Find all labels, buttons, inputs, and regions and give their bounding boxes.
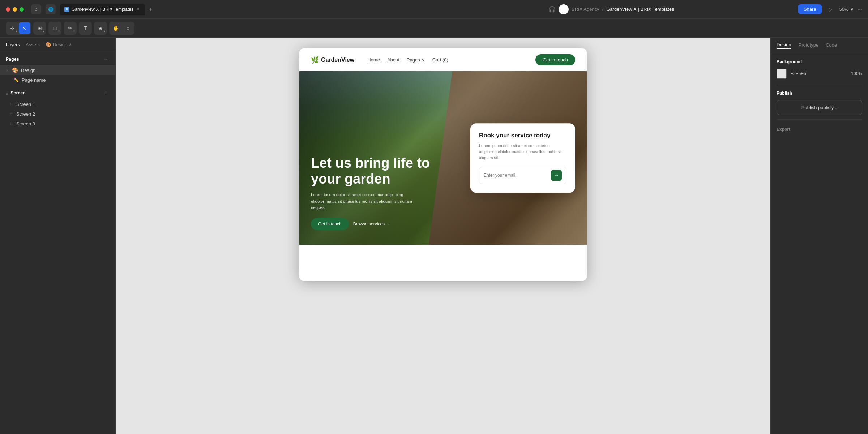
- color-swatch[interactable]: [777, 69, 787, 79]
- color-hex-value: E5E5E5: [790, 71, 847, 76]
- frame-chevron-icon: ▾: [43, 30, 44, 33]
- zoom-control[interactable]: 50% ∨: [839, 7, 854, 12]
- text-icon: T: [84, 25, 87, 31]
- hero-cta-primary-button[interactable]: Get in touch: [311, 218, 349, 230]
- site-navigation: 🌿 GardenView Home About Pages ∨ Cart (0)…: [299, 48, 587, 71]
- page-label-design: Design: [21, 68, 35, 73]
- pencil-icon: ✏️: [14, 78, 19, 82]
- booking-email-input[interactable]: [484, 173, 548, 178]
- color-row: E5E5E5 100%: [777, 69, 862, 79]
- share-button[interactable]: Share: [798, 4, 822, 14]
- shape-icon: □: [54, 25, 56, 31]
- component-tool-button[interactable]: ⊕ ▾: [95, 22, 106, 34]
- nav-links: Home About Pages ∨ Cart (0): [367, 57, 527, 63]
- screen-item-3[interactable]: ⠿ Screen 3: [0, 119, 115, 129]
- minimize-traffic-light[interactable]: [13, 7, 17, 12]
- hand-tool-button[interactable]: ✋: [110, 22, 121, 34]
- booking-card: Book your service today Lorem ipsum dolo…: [470, 123, 575, 193]
- hash-icon: #: [6, 90, 8, 96]
- publish-publicly-button[interactable]: Publish publicly...: [777, 100, 862, 115]
- drag-handle-icon-2: ⠿: [10, 112, 13, 116]
- publish-title: Publish: [777, 91, 862, 96]
- drag-handle-icon-3: ⠿: [10, 122, 13, 126]
- divider: [777, 86, 862, 86]
- shape-chevron-icon: ▾: [58, 30, 60, 33]
- project-name: GardenView X | BRIX Templates: [606, 7, 674, 12]
- text-tool-button[interactable]: T: [80, 22, 91, 34]
- add-screen-button[interactable]: +: [102, 89, 110, 96]
- component-chevron-icon: ▾: [104, 30, 105, 33]
- booking-submit-button[interactable]: →: [551, 170, 562, 181]
- booking-input-row: →: [479, 167, 566, 184]
- tab-close-button[interactable]: ×: [136, 7, 141, 12]
- page-item-design[interactable]: ✓ 🎨 Design: [0, 65, 115, 75]
- hand-icon: ✋: [113, 25, 119, 31]
- active-tab[interactable]: B Gardenview X | BRIX Templates ×: [60, 4, 145, 15]
- pen-icon: ✏: [68, 25, 72, 31]
- nav-home[interactable]: Home: [367, 57, 380, 63]
- logo-text: GardenView: [321, 57, 354, 63]
- comment-tool-button[interactable]: ○: [122, 22, 134, 34]
- main-layout: Layers Assets 🎨 Design ∧ Pages + ✓ 🎨 Des…: [0, 38, 868, 434]
- frame-icon: ⊞: [38, 25, 42, 31]
- divider-2: [777, 119, 862, 120]
- export-section: Export: [777, 127, 862, 132]
- screen-title: Screen: [10, 90, 26, 95]
- comment-icon: ○: [127, 25, 129, 31]
- component-tools-group: ⊕ ▾: [94, 22, 107, 35]
- background-title: Background: [777, 59, 862, 64]
- shape-tools-group: □ ▾: [48, 22, 61, 35]
- titlebar: ⌂ 🌐 B Gardenview X | BRIX Templates × + …: [0, 0, 868, 19]
- assets-tab[interactable]: Assets: [26, 41, 40, 48]
- page-item-name[interactable]: ✏️ Page name: [0, 75, 115, 85]
- code-panel-tab[interactable]: Code: [826, 42, 837, 48]
- headphone-icon[interactable]: 🎧: [548, 6, 556, 13]
- nav-cta-button[interactable]: Get in touch: [535, 54, 575, 65]
- move-tool-button[interactable]: ↖: [19, 22, 30, 34]
- maximize-traffic-light[interactable]: [20, 7, 24, 12]
- home-button[interactable]: ⌂: [31, 4, 41, 14]
- play-button[interactable]: ▷: [826, 4, 836, 14]
- logo-leaf-icon: 🌿: [311, 56, 319, 64]
- toolbar: ⊹ ▾ ↖ ⊞ ▾ □ ▾ ✏ ▾ T ⊕ ▾: [0, 19, 868, 38]
- cursor-tool-button[interactable]: ⊹ ▾: [7, 22, 18, 34]
- check-icon: ✓: [6, 68, 9, 73]
- tab-bar: B Gardenview X | BRIX Templates × +: [60, 4, 424, 15]
- screen-item-1[interactable]: ⠿ Screen 1: [0, 99, 115, 109]
- color-opacity-value: 100%: [851, 71, 862, 76]
- titlebar-actions: Share ▷ 50% ∨ ···: [798, 4, 862, 14]
- nav-about[interactable]: About: [387, 57, 399, 63]
- globe-button[interactable]: 🌐: [46, 4, 56, 14]
- screen-label-2: Screen 2: [16, 111, 35, 117]
- screen-label-1: Screen 1: [16, 102, 35, 107]
- right-panel-tabs: Design Prototype Code: [771, 38, 868, 53]
- more-options-button[interactable]: ···: [858, 6, 862, 13]
- zoom-chevron-icon: ∨: [850, 7, 854, 12]
- layers-tab[interactable]: Layers: [6, 41, 20, 48]
- screen-item-2[interactable]: ⠿ Screen 2: [0, 109, 115, 119]
- close-traffic-light[interactable]: [6, 7, 10, 12]
- user-avatar[interactable]: [559, 4, 569, 14]
- design-panel-tab[interactable]: Design: [777, 42, 791, 49]
- titlebar-project-info: 🎧 BRIX Agency / GardenView X | BRIX Temp…: [429, 4, 793, 14]
- background-section: Background E5E5E5 100%: [777, 59, 862, 79]
- booking-title: Book your service today: [479, 132, 566, 139]
- booking-description: Lorem ipsum dolor sit amet consectetur a…: [479, 143, 566, 161]
- hero-buttons: Get in touch Browse services →: [311, 218, 434, 230]
- screen-section: # Screen + ⠿ Screen 1 ⠿ Screen 2 ⠿ Scree…: [0, 86, 115, 129]
- nav-pages-dropdown[interactable]: Pages ∨: [407, 57, 425, 63]
- new-tab-button[interactable]: +: [146, 5, 155, 14]
- pen-tool-button[interactable]: ✏ ▾: [64, 22, 76, 34]
- prototype-panel-tab[interactable]: Prototype: [798, 42, 818, 48]
- design-tab-left[interactable]: 🎨 Design ∧: [46, 41, 72, 48]
- shape-tool-button[interactable]: □ ▾: [49, 22, 61, 34]
- canvas-area[interactable]: 🌿 GardenView Home About Pages ∨ Cart (0)…: [116, 38, 770, 434]
- hero-cta-secondary-button[interactable]: Browse services →: [353, 222, 390, 227]
- arrow-right-icon: →: [554, 172, 559, 178]
- frame-tool-button[interactable]: ⊞ ▾: [34, 22, 46, 34]
- add-page-button[interactable]: +: [102, 56, 110, 63]
- cursor-chevron-icon: ▾: [16, 30, 17, 33]
- drag-handle-icon: ⠿: [10, 102, 13, 106]
- nav-cart[interactable]: Cart (0): [432, 57, 448, 63]
- component-icon: ⊕: [98, 25, 103, 31]
